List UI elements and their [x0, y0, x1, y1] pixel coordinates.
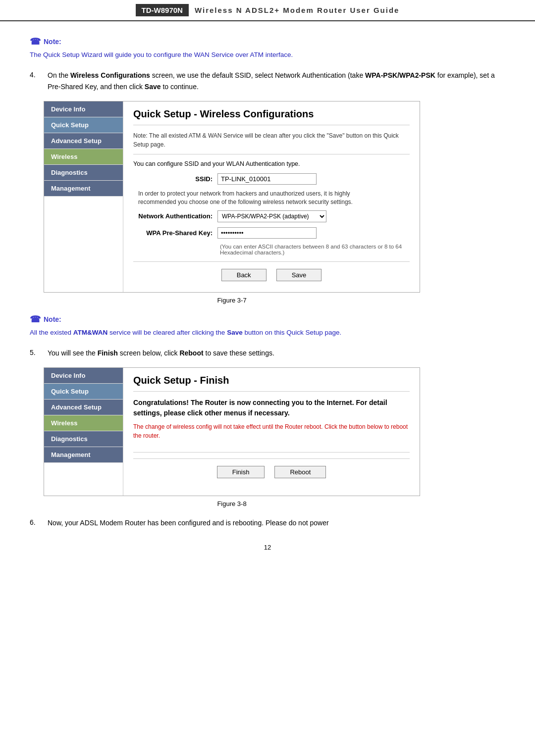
sidebar-item-quick-setup[interactable]: Quick Setup	[44, 117, 123, 133]
figure-1-caption: Figure 3-7	[44, 297, 420, 304]
step-5-text: You will see the Finish screen below, cl…	[48, 348, 505, 358]
note-1-section: ☎ Note: The Quick Setup Wizard will guid…	[30, 36, 505, 60]
note-2-section: ☎ Note: All the existed ATM&WAN service …	[30, 314, 505, 338]
step-5-number: 5.	[30, 349, 42, 356]
step-4-text: On the Wireless Configurations screen, w…	[48, 70, 505, 92]
panel-2-buttons: Finish Reboot	[133, 458, 410, 482]
psk-hint: (You can enter ASCII characters between …	[220, 244, 410, 255]
step-4-bold1: Wireless Configurations	[70, 71, 150, 79]
psk-row: WPA Pre-Shared Key:	[133, 227, 410, 239]
security-note: In order to protect your network from ha…	[138, 190, 376, 206]
reboot-button[interactable]: Reboot	[274, 466, 326, 478]
step-6-text: Now, your ADSL Modem Router has been con…	[48, 517, 505, 528]
step-5: 5. You will see the Finish screen below,…	[30, 348, 505, 358]
page-content: ☎ Note: The Quick Setup Wizard will guid…	[0, 21, 535, 576]
sidebar-item-management[interactable]: Management	[44, 181, 123, 197]
page-header: TD-W8970N Wireless N ADSL2+ Modem Router…	[0, 0, 535, 21]
reboot-note: The change of wireless config will not t…	[133, 422, 410, 440]
psk-label: WPA Pre-Shared Key:	[133, 229, 213, 237]
auth-label: Network Authentication:	[133, 212, 213, 220]
sidebar-2-device-info[interactable]: Device Info	[44, 368, 123, 384]
note-icon-1: ☎	[30, 36, 41, 47]
note-icon-2: ☎	[30, 314, 41, 325]
ssid-input[interactable]	[217, 173, 317, 185]
panel-2-title: Quick Setup - Finish	[133, 375, 410, 392]
sidebar-2-diagnostics[interactable]: Diagnostics	[44, 431, 123, 447]
sidebar-item-advanced-setup[interactable]: Advanced Setup	[44, 133, 123, 149]
step-4: 4. On the Wireless Configurations screen…	[30, 70, 505, 92]
main-panel-2: Quick Setup - Finish Congratulations! Th…	[123, 368, 420, 496]
auth-select[interactable]: WPA-PSK/WPA2-PSK (adaptive)	[217, 210, 326, 222]
panel-1-buttons: Back Save	[133, 261, 410, 285]
sidebar-item-wireless[interactable]: Wireless	[44, 149, 123, 165]
note-2-bold1: ATM&WAN	[73, 329, 107, 336]
header-title: Wireless N ADSL2+ Modem Router User Guid…	[195, 6, 399, 14]
psk-input[interactable]	[217, 227, 317, 239]
save-button[interactable]: Save	[276, 269, 322, 281]
auth-row: Network Authentication: WPA-PSK/WPA2-PSK…	[133, 210, 410, 222]
step-5-bold1: Finish	[98, 349, 118, 357]
step-4-bold3: Save	[145, 83, 161, 91]
sidebar-item-device-info[interactable]: Device Info	[44, 101, 123, 117]
note-1-label: ☎ Note:	[30, 36, 505, 47]
model-badge: TD-W8970N	[136, 4, 189, 16]
congrats-text: Congratulations! The Router is now conne…	[133, 398, 410, 418]
note-2-bold2: Save	[227, 329, 243, 336]
back-button[interactable]: Back	[221, 269, 267, 281]
note-2-label: ☎ Note:	[30, 314, 505, 325]
sidebar-item-diagnostics[interactable]: Diagnostics	[44, 165, 123, 181]
panel-1-title: Quick Setup - Wireless Configurations	[133, 108, 410, 125]
sidebar-2-wireless[interactable]: Wireless	[44, 415, 123, 431]
router-ui-2: Device Info Quick Setup Advanced Setup W…	[44, 367, 420, 496]
note-2-text: All the existed ATM&WAN service will be …	[30, 328, 505, 338]
step-6: 6. Now, your ADSL Modem Router has been …	[30, 517, 505, 528]
sidebar-2: Device Info Quick Setup Advanced Setup W…	[44, 368, 123, 496]
step-6-number: 6.	[30, 518, 42, 526]
step-5-bold2: Reboot	[179, 349, 203, 357]
sidebar-2-management[interactable]: Management	[44, 447, 123, 463]
panel-1-desc: You can configure SSID and your WLAN Aut…	[133, 160, 410, 167]
sidebar-1: Device Info Quick Setup Advanced Setup W…	[44, 101, 123, 292]
note-1-text: The Quick Setup Wizard will guide you to…	[30, 50, 505, 60]
ssid-label: SSID:	[133, 175, 213, 183]
router-ui-1: Device Info Quick Setup Advanced Setup W…	[44, 101, 420, 293]
step-4-number: 4.	[30, 71, 42, 79]
step-4-bold2: WPA-PSK/WPA2-PSK	[365, 71, 435, 79]
page-number: 12	[30, 544, 505, 561]
panel-1-note: Note: The all existed ATM & WAN Service …	[133, 131, 410, 154]
sidebar-2-quick-setup[interactable]: Quick Setup	[44, 384, 123, 400]
figure-2-caption: Figure 3-8	[44, 500, 420, 507]
finish-button[interactable]: Finish	[217, 466, 265, 478]
ssid-row: SSID:	[133, 173, 410, 185]
main-panel-1: Quick Setup - Wireless Configurations No…	[123, 101, 420, 292]
sidebar-2-advanced-setup[interactable]: Advanced Setup	[44, 400, 123, 415]
